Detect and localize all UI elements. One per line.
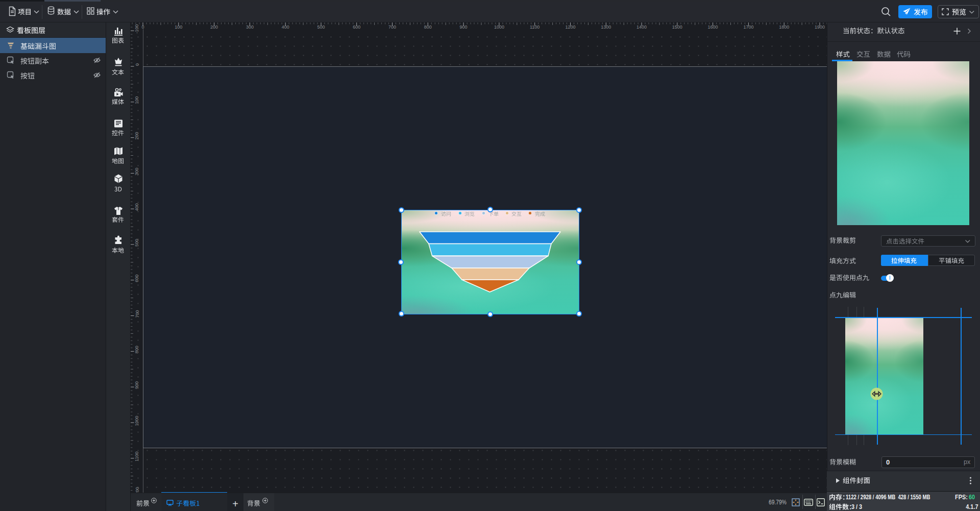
svg-text:-100: -100 [135,25,140,34]
svg-text:1300: 1300 [601,25,611,30]
svg-text:1000: 1000 [494,25,504,30]
svg-text:1800: 1800 [779,25,789,30]
svg-text:1600: 1600 [708,25,718,30]
svg-text:1100: 1100 [530,25,540,30]
svg-text:100: 100 [175,25,182,30]
svg-text:1500: 1500 [672,25,682,30]
svg-text:1200: 1200 [565,25,575,30]
svg-text:600: 600 [135,275,140,282]
svg-text:1000: 1000 [135,416,140,426]
svg-text:200: 200 [210,25,218,30]
svg-text:400: 400 [282,25,289,30]
svg-text:900: 900 [135,381,140,389]
svg-text:100: 100 [135,96,140,104]
svg-text:700: 700 [135,310,140,318]
svg-text:1900: 1900 [815,25,825,30]
svg-text:1200: 1200 [135,487,140,493]
svg-text:1400: 1400 [636,25,647,30]
svg-text:900: 900 [460,25,468,30]
svg-text:0: 0 [135,63,140,66]
svg-text:800: 800 [135,346,140,353]
svg-text:1700: 1700 [743,25,753,30]
svg-text:500: 500 [317,25,325,30]
svg-text:200: 200 [135,132,140,140]
svg-text:400: 400 [135,203,140,211]
svg-text:300: 300 [246,25,254,30]
svg-text:300: 300 [135,167,140,175]
svg-text:1100: 1100 [135,452,140,461]
svg-text:500: 500 [135,239,140,247]
svg-text:700: 700 [388,25,396,30]
svg-text:600: 600 [353,25,360,30]
svg-text:800: 800 [424,25,432,30]
